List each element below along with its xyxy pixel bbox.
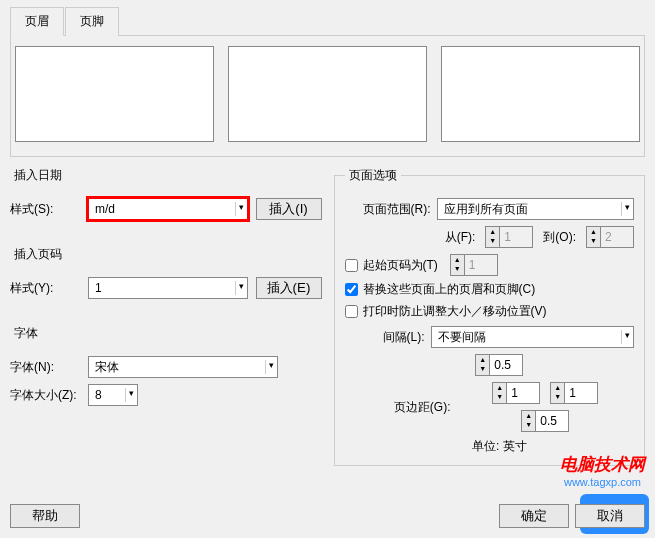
tabs: 页眉 页脚: [10, 6, 645, 36]
font-size-combo[interactable]: 8: [88, 384, 138, 406]
gap-combo[interactable]: 不要间隔: [431, 326, 635, 348]
cancel-button[interactable]: 取消: [575, 504, 645, 528]
preview-center[interactable]: [228, 46, 427, 142]
to-label: 到(O):: [543, 229, 576, 246]
font-name-combo[interactable]: 宋体: [88, 356, 278, 378]
tab-footer[interactable]: 页脚: [65, 7, 119, 36]
watermark: 电脑技术网 www.tagxp.com: [560, 453, 645, 488]
insert-pagenum-button[interactable]: 插入(E): [256, 277, 322, 299]
to-spinner: ▲▼: [586, 226, 634, 248]
prevent-resize-label: 打印时防止调整大小／移动位置(V): [363, 303, 547, 320]
margin-c-spinner[interactable]: ▲▼: [521, 410, 569, 432]
help-button[interactable]: 帮助: [10, 504, 80, 528]
prevent-resize-checkbox[interactable]: [345, 305, 358, 318]
replace-label: 替换这些页面上的页眉和页脚(C): [363, 281, 536, 298]
page-range-label: 页面范围(R):: [345, 201, 437, 218]
margin-a-spinner[interactable]: ▲▼: [492, 382, 540, 404]
tab-header[interactable]: 页眉: [10, 7, 64, 36]
font-size-label: 字体大小(Z):: [10, 387, 88, 404]
margin-label: 页边距(G):: [365, 399, 457, 416]
insert-date-legend: 插入日期: [10, 167, 66, 184]
ok-button[interactable]: 确定: [499, 504, 569, 528]
font-group: 字体 字体(N): 宋体 字体大小(Z): 8: [10, 325, 322, 422]
insert-pagenum-legend: 插入页码: [10, 246, 66, 263]
from-spinner: ▲▼: [485, 226, 533, 248]
pagenum-style-combo[interactable]: 1: [88, 277, 248, 299]
font-legend: 字体: [10, 325, 42, 342]
pagenum-style-label: 样式(Y):: [10, 280, 88, 297]
gap-label: 间隔(L):: [365, 329, 431, 346]
insert-date-group: 插入日期 样式(S): m/d 插入(I): [10, 167, 322, 236]
date-style-label: 样式(S):: [10, 201, 88, 218]
preview-left[interactable]: [15, 46, 214, 142]
date-style-combo[interactable]: m/d: [88, 198, 248, 220]
start-page-checkbox[interactable]: [345, 259, 358, 272]
start-page-spinner: ▲▼: [450, 254, 498, 276]
replace-checkbox[interactable]: [345, 283, 358, 296]
insert-date-button[interactable]: 插入(I): [256, 198, 322, 220]
page-options-legend: 页面选项: [345, 167, 401, 184]
start-page-label: 起始页码为(T): [363, 257, 438, 274]
insert-pagenum-group: 插入页码 样式(Y): 1 插入(E): [10, 246, 322, 315]
from-label: 从(F):: [445, 229, 476, 246]
page-options-group: 页面选项 页面范围(R): 应用到所有页面 从(F): ▲▼ 到(O): ▲▼: [334, 167, 646, 466]
page-range-combo[interactable]: 应用到所有页面: [437, 198, 635, 220]
margin-b-spinner[interactable]: ▲▼: [550, 382, 598, 404]
font-name-label: 字体(N):: [10, 359, 88, 376]
preview-right[interactable]: [441, 46, 640, 142]
preview-area: [10, 36, 645, 157]
gap-value-spinner[interactable]: ▲▼: [475, 354, 523, 376]
